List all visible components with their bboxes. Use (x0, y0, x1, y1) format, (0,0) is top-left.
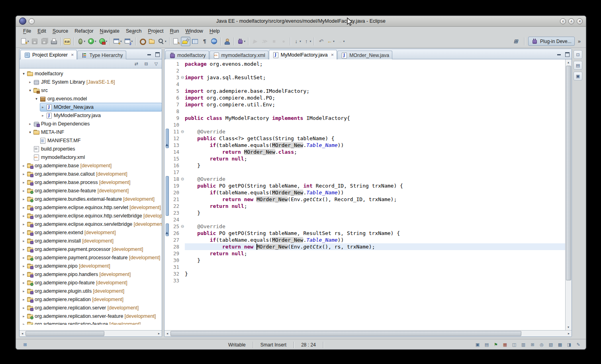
collapsed-arrow-icon[interactable]: ▸ (21, 205, 26, 209)
view-tab-project-explorer[interactable]: Project Explorer✕ (20, 50, 77, 59)
scrollbar-thumb[interactable] (170, 331, 521, 336)
explorer-horizontal-scrollbar[interactable]: ◂ ▸ (20, 330, 162, 337)
open-perspective-button[interactable]: ⊞ (511, 37, 521, 46)
tree-item-modelfactory[interactable]: ▾modelfactory (20, 69, 162, 78)
progress-icon[interactable]: ◨ (566, 341, 573, 348)
fast-view-icon[interactable]: ⊞ (22, 341, 29, 348)
minimize-view-button[interactable] (145, 51, 153, 57)
menu-search[interactable]: Search (123, 27, 145, 35)
binary-console-button[interactable] (63, 37, 72, 46)
tree-item-org-evenos-model[interactable]: ▾org.evenos.model (20, 94, 162, 103)
collapsed-arrow-icon[interactable]: ▸ (21, 314, 26, 318)
collapsed-arrow-icon[interactable]: ▸ (21, 289, 26, 293)
maximize-window-button[interactable]: ∧ (568, 18, 574, 24)
close-window-button[interactable]: ✕ (577, 18, 583, 24)
console-icon[interactable]: ▣ (474, 341, 481, 348)
collapsed-arrow-icon[interactable]: ▸ (21, 180, 26, 184)
new-wizard-button[interactable]: ▾ (19, 37, 30, 46)
scroll-right-icon[interactable]: ▸ (566, 331, 572, 337)
next-annotation-button[interactable]: ↓▾ (292, 37, 302, 46)
debug-button[interactable]: ▾ (76, 37, 87, 46)
tree-item-org-adempiere-pipo-feature[interactable]: ▸org.adempiere.pipo-feature [development… (20, 278, 162, 287)
tree-item-jre-system-library[interactable]: ▸JRE System Library [JavaSE-1.6] (20, 78, 162, 86)
close-icon[interactable]: ✕ (331, 53, 334, 57)
perspective-plugin-development-button[interactable]: Plug-in Deve... (528, 37, 575, 46)
tree-item-build-properties[interactable]: build.properties (20, 145, 162, 153)
window-menu-button[interactable]: ◦ (29, 18, 35, 24)
scroll-up-icon[interactable]: ▴ (566, 59, 571, 65)
menu-run[interactable]: Run (166, 27, 182, 35)
search-view-icon[interactable]: ◎ (538, 341, 545, 348)
scrollbar-thumb[interactable] (566, 66, 571, 280)
scrollbar-thumb[interactable] (25, 331, 104, 336)
scroll-left-icon[interactable]: ◂ (164, 331, 170, 337)
collapsed-arrow-icon[interactable]: ▸ (21, 172, 26, 176)
editor-tab-morder-new-java[interactable]: MOrder_New.java (337, 51, 392, 59)
menu-navigate[interactable]: Navigate (97, 27, 123, 35)
open-element-button[interactable] (171, 37, 181, 46)
new-plugin-project-button[interactable]: ▾ (112, 37, 123, 46)
tree-item-org-adempiere-extend[interactable]: ▸org.adempiere.extend [development] (20, 228, 162, 237)
collapsed-arrow-icon[interactable]: ▸ (21, 231, 26, 235)
tree-item-org-adempiere-eclipse-equinox-http-servlet[interactable]: ▸org.adempiere.eclipse.equinox.http.serv… (20, 203, 162, 211)
tree-item-mymodelfactory-java[interactable]: ▸MyModelFactory.java (20, 111, 162, 119)
collapse-all-button[interactable]: ⊟ (143, 60, 150, 67)
tree-item-org-adempiere-eclipse-equinox-servletbridge[interactable]: ▸org.adempiere.eclipse.equinox.servletbr… (20, 220, 162, 228)
properties-icon[interactable]: ▥ (520, 341, 527, 348)
ant-build-button[interactable] (137, 37, 147, 46)
code-editor[interactable]: package org.evenos.model;import java.sql… (185, 59, 566, 330)
expanded-arrow-icon[interactable]: ▾ (27, 88, 33, 92)
minimize-window-button[interactable]: ∨ (560, 18, 566, 24)
problems-icon[interactable]: ▦ (501, 341, 509, 348)
fold-collapse-icon[interactable]: ⊖ (180, 128, 185, 135)
collapsed-arrow-icon[interactable]: ▸ (21, 272, 26, 276)
print-button[interactable] (49, 37, 59, 46)
collapsed-arrow-icon[interactable]: ▸ (21, 264, 26, 268)
collapsed-arrow-icon[interactable]: ▸ (40, 114, 45, 117)
collapsed-arrow-icon[interactable]: ▸ (21, 297, 26, 301)
search-button[interactable]: ▾ (157, 37, 168, 46)
synchronize-icon[interactable]: ⊞ (529, 341, 536, 348)
previous-annotation-button[interactable]: ↑▾ (302, 37, 313, 46)
tree-item-org-adempiere-payment-processor[interactable]: ▸org.adempiere.payment.processor [develo… (20, 245, 162, 253)
tree-item-org-adempiere-base-feature[interactable]: ▸org.adempiere.base-feature [development… (20, 186, 162, 195)
collapsed-arrow-icon[interactable]: ▸ (21, 322, 26, 325)
scroll-left-icon[interactable]: ◂ (20, 331, 25, 337)
tree-item-org-adempiere-pipo[interactable]: ▸org.adempiere.pipo [development] (20, 262, 162, 270)
collapsed-arrow-icon[interactable]: ▸ (21, 247, 26, 251)
tree-item-org-adempiere-replication-server[interactable]: ▸org.adempiere.replication.server [devel… (20, 303, 162, 312)
menu-refactor[interactable]: Refactor (71, 27, 96, 35)
link-with-editor-button[interactable]: ⇄ (133, 60, 140, 67)
menu-project[interactable]: Project (145, 27, 167, 35)
collapsed-arrow-icon[interactable]: ▸ (27, 122, 33, 126)
collapsed-arrow-icon[interactable]: ▸ (21, 189, 26, 193)
collapsed-arrow-icon[interactable]: ▸ (21, 256, 26, 260)
fold-collapse-icon[interactable]: ⊖ (180, 223, 185, 230)
view-menu-button[interactable]: ▽ (153, 60, 160, 67)
collapsed-arrow-icon[interactable]: ▸ (21, 164, 26, 168)
expanded-arrow-icon[interactable]: ▾ (21, 72, 26, 76)
fold-collapse-icon[interactable]: ⊖ (180, 176, 185, 182)
expanded-arrow-icon[interactable]: ▾ (27, 130, 33, 134)
tree-item-mymodelfactory-xml[interactable]: mymodelfactory.xml (20, 153, 162, 161)
menu-edit[interactable]: Edit (34, 27, 49, 35)
tree-item-org-adempiere-base-callout[interactable]: ▸org.adempiere.base.callout [development… (20, 170, 162, 178)
tree-item-src[interactable]: ▾src (20, 86, 162, 94)
bookmarks-icon[interactable]: ⚑ (492, 341, 499, 348)
tree-item-org-adempiere-replication-server-feature[interactable]: ▸org.adempiere.replication.server-featur… (20, 312, 162, 320)
editor-tab-mymodelfactory-java[interactable]: MyModelFactory.java✕ (269, 50, 337, 59)
editor-vertical-scrollbar[interactable]: ▴ ▾ (565, 59, 572, 330)
titlebar[interactable]: ◦ Java EE - modelfactory/src/org/evenos/… (16, 16, 586, 27)
tree-item-manifest-mf[interactable]: MANIFEST.MF (20, 136, 162, 145)
close-icon[interactable]: ✕ (71, 53, 74, 57)
tree-item-morder-new-java[interactable]: ▸MOrder_New.java (20, 103, 162, 111)
collapsed-arrow-icon[interactable]: ▸ (40, 105, 45, 109)
menu-file[interactable]: File (20, 27, 34, 35)
tree-item-org-adempiere-plugin-utils[interactable]: ▸org.adempiere.plugin.utils [development… (20, 287, 162, 295)
scroll-right-icon[interactable]: ▸ (156, 331, 162, 337)
tree-item-org-adempiere-bundles-external-feature[interactable]: ▸org.adempiere.bundles.external-feature … (20, 195, 162, 203)
editor-tab-mymodelfactory-xml[interactable]: mymodelfactory.xml (209, 51, 268, 59)
scroll-down-icon[interactable]: ▾ (566, 324, 571, 330)
history-icon[interactable]: ▧ (547, 341, 554, 348)
tree-item-org-adempiere-replication[interactable]: ▸org.adempiere.replication [development] (20, 295, 162, 303)
